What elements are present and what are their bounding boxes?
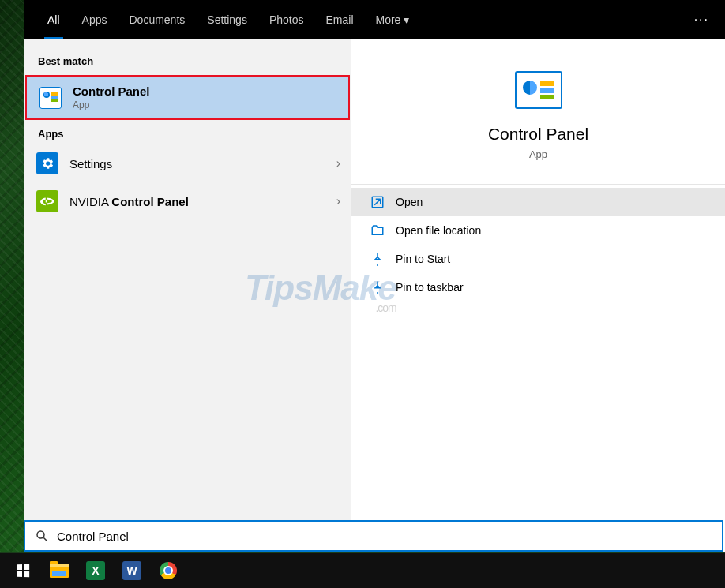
preview-header: Control Panel App — [351, 39, 725, 184]
taskbar-excel[interactable]: X — [77, 555, 114, 586]
tab-more-label: More — [376, 13, 401, 26]
action-open[interactable]: Open — [351, 188, 725, 216]
settings-icon — [36, 152, 58, 174]
result-text: Settings — [69, 157, 336, 170]
result-nvidia-control-panel[interactable]: NVIDIA Control Panel › — [24, 182, 351, 220]
results-pane: Best match Control Panel App Apps Settin… — [24, 39, 351, 552]
action-label: Open — [396, 196, 423, 208]
taskbar-file-explorer[interactable] — [41, 555, 77, 586]
tab-apps[interactable]: Apps — [71, 0, 118, 39]
start-button[interactable] — [5, 555, 41, 586]
result-prefix: NVIDIA — [69, 195, 111, 208]
more-options-button[interactable]: ··· — [694, 13, 709, 27]
result-subtitle: App — [73, 99, 337, 110]
action-label: Pin to taskbar — [396, 281, 464, 294]
windows-icon — [17, 564, 29, 577]
tab-settings[interactable]: Settings — [196, 0, 258, 39]
tab-photos[interactable]: Photos — [258, 0, 315, 39]
tab-all[interactable]: All — [36, 0, 71, 39]
folder-icon — [370, 223, 385, 238]
taskbar-chrome[interactable] — [150, 555, 186, 586]
pin-icon — [370, 252, 385, 266]
search-filter-tabs: All Apps Documents Settings Photos Email… — [24, 0, 725, 39]
taskbar: X W — [0, 553, 725, 588]
control-panel-icon — [515, 71, 562, 109]
section-best-match: Best match — [24, 51, 351, 72]
excel-icon: X — [86, 561, 105, 580]
result-text: NVIDIA Control Panel — [69, 195, 336, 208]
control-panel-icon — [39, 87, 62, 109]
chevron-right-icon: › — [336, 194, 340, 208]
section-apps: Apps — [24, 123, 351, 144]
taskbar-word[interactable]: W — [114, 555, 150, 586]
action-label: Pin to Start — [396, 253, 450, 265]
chrome-icon — [160, 562, 177, 579]
svg-point-1 — [37, 531, 44, 538]
word-icon: W — [122, 561, 141, 580]
result-title: Control Panel — [73, 84, 150, 98]
preview-subtitle: App — [367, 148, 709, 160]
preview-pane: Control Panel App Open Open file locatio… — [351, 39, 725, 552]
tab-email[interactable]: Email — [314, 0, 364, 39]
file-explorer-icon — [50, 564, 69, 578]
result-title: NVIDIA Control Panel — [69, 195, 336, 208]
open-icon — [370, 195, 385, 209]
tab-documents[interactable]: Documents — [118, 0, 196, 39]
result-text: Control Panel App — [73, 84, 337, 110]
action-label: Open file location — [396, 224, 481, 237]
search-icon — [35, 529, 49, 543]
pin-icon — [370, 280, 385, 294]
chevron-down-icon: ▾ — [404, 13, 409, 26]
tab-more[interactable]: More ▾ — [365, 0, 421, 39]
start-search-panel: All Apps Documents Settings Photos Email… — [24, 0, 725, 552]
action-list: Open Open file location Pin to Start Pin… — [351, 184, 725, 301]
result-settings[interactable]: Settings › — [24, 144, 351, 182]
search-content: Best match Control Panel App Apps Settin… — [24, 39, 725, 552]
result-control-panel[interactable]: Control Panel App — [25, 75, 350, 120]
search-bar[interactable] — [24, 520, 723, 552]
search-input[interactable] — [57, 530, 712, 543]
action-pin-to-start[interactable]: Pin to Start — [351, 245, 725, 273]
chevron-right-icon: › — [336, 156, 340, 170]
action-pin-to-taskbar[interactable]: Pin to taskbar — [351, 273, 725, 301]
result-match: Control Panel — [111, 195, 189, 208]
action-open-file-location[interactable]: Open file location — [351, 216, 725, 245]
desktop-wallpaper — [0, 0, 24, 552]
result-title: Settings — [69, 157, 336, 170]
nvidia-icon — [36, 190, 58, 212]
preview-title: Control Panel — [367, 125, 709, 144]
